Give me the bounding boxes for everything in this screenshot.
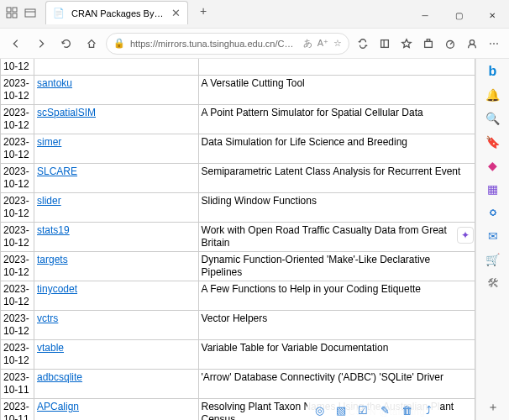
mail-icon[interactable]: ✉ — [485, 228, 501, 244]
favorites-icon[interactable] — [396, 33, 417, 55]
packages-table: 10-122023-10-12santokuA Versatile Cuttin… — [0, 59, 475, 420]
svg-line-11 — [450, 42, 453, 45]
extensions-icon[interactable] — [418, 33, 438, 55]
pkg-cell: simer — [34, 134, 199, 164]
pkg-cell: vctrs — [34, 311, 199, 340]
forward-button[interactable] — [30, 33, 52, 55]
package-link[interactable]: simer — [37, 136, 61, 148]
table-row: 2023-10-12sliderSliding Window Functions — [1, 193, 475, 223]
close-button[interactable]: ✕ — [475, 3, 509, 28]
bell-icon[interactable]: 🔔 — [485, 87, 501, 102]
pkg-cell: adbcsqlite — [34, 370, 199, 399]
translate-icon[interactable]: あ — [303, 37, 312, 50]
date-cell: 2023-10-12 — [1, 105, 34, 134]
date-cell: 2023-10-12 — [1, 340, 34, 370]
grid-icon[interactable]: ▦ — [485, 181, 501, 197]
gem-icon[interactable]: ◆ — [485, 158, 501, 173]
pkg-cell — [34, 59, 199, 76]
desc-cell: A Few Functions to Help in your Coding E… — [198, 281, 475, 311]
home-button[interactable] — [81, 33, 102, 55]
browser-tab[interactable]: 📄 CRAN Packages By Date ✕ — [45, 1, 188, 24]
bing-icon[interactable]: b — [485, 64, 501, 79]
table-row: 10-12 — [1, 59, 475, 76]
svg-rect-3 — [13, 13, 17, 18]
refresh-button[interactable] — [55, 33, 77, 55]
plus-icon[interactable]: ＋ — [485, 400, 501, 415]
performance-icon[interactable] — [440, 33, 460, 55]
tab-title: CRAN Packages By Date — [71, 8, 165, 18]
pkg-cell: APCalign — [34, 399, 199, 421]
date-cell: 2023-10-11 — [1, 370, 34, 399]
package-link[interactable]: santoku — [37, 77, 72, 89]
package-link[interactable]: APCalign — [37, 401, 79, 412]
package-link[interactable]: slider — [37, 195, 61, 207]
table-row: 2023-10-12SLCARESemiparametric Latent Cl… — [1, 164, 475, 193]
tool-icon-1[interactable]: ◎ — [311, 402, 328, 418]
favorite-icon[interactable]: ☆ — [333, 38, 342, 49]
tabs-icon[interactable] — [24, 6, 37, 19]
table-row: 2023-10-12simerData Simulation for Life … — [1, 134, 475, 164]
date-cell: 2023-10-12 — [1, 311, 34, 340]
window-controls: ─ ▢ ✕ — [408, 3, 509, 28]
pkg-cell: slider — [34, 193, 199, 223]
table-row: 2023-10-12tinycodetA Few Functions to He… — [1, 281, 475, 311]
tools-icon[interactable]: 🛠 — [485, 276, 501, 291]
sync-icon[interactable] — [353, 33, 373, 55]
table-row: 2023-10-12santokuA Versatile Cutting Too… — [1, 76, 475, 105]
reader-icon[interactable]: A⁺ — [317, 38, 328, 49]
tool-icon-5[interactable]: 🗑 — [398, 402, 415, 418]
desc-cell: Variable Table for Variable Documentatio… — [198, 340, 475, 370]
package-link[interactable]: scSpatialSIM — [37, 107, 96, 118]
package-link[interactable]: vctrs — [37, 312, 58, 324]
maximize-button[interactable]: ▢ — [442, 3, 475, 28]
tool-icon-3[interactable]: ☑ — [354, 402, 371, 418]
minimize-button[interactable]: ─ — [408, 3, 442, 28]
lock-icon: 🔒 — [113, 38, 125, 49]
circle-icon[interactable]: ⭘ — [485, 205, 501, 220]
copilot-badge-icon[interactable]: ✦ — [457, 227, 474, 244]
package-link[interactable]: targets — [37, 254, 68, 265]
toolbar: 🔒 https://mirrors.tuna.tsinghua.edu.cn/C… — [0, 29, 509, 59]
pkg-cell: santoku — [34, 76, 199, 105]
page-content[interactable]: 10-122023-10-12santokuA Versatile Cuttin… — [0, 59, 475, 420]
url-text: https://mirrors.tuna.tsinghua.edu.cn/CRA… — [130, 39, 298, 49]
table-row: 2023-10-11adbcsqlite'Arrow' Database Con… — [1, 370, 475, 399]
tool-icon-6[interactable]: ⤴ — [420, 402, 437, 418]
cart-icon[interactable]: 🛒 — [485, 252, 501, 267]
desc-cell: Vector Helpers — [198, 311, 475, 340]
collections-icon[interactable] — [375, 33, 395, 55]
svg-rect-8 — [425, 41, 433, 47]
tool-icon-2[interactable]: ▧ — [333, 402, 349, 418]
package-link[interactable]: vtable — [37, 342, 64, 354]
address-bar[interactable]: 🔒 https://mirrors.tuna.tsinghua.edu.cn/C… — [106, 33, 349, 55]
desc-cell: A Versatile Cutting Tool — [198, 76, 475, 105]
table-row: 2023-10-12vtableVariable Table for Varia… — [1, 340, 475, 370]
desc-cell: Work with Open Road Traffic Casualty Dat… — [198, 223, 475, 252]
date-cell: 2023-10-12 — [1, 76, 34, 105]
svg-rect-6 — [381, 39, 389, 47]
back-button[interactable] — [5, 33, 27, 55]
workspace-icon[interactable] — [5, 6, 18, 19]
package-link[interactable]: adbcsqlite — [37, 371, 82, 383]
profile-icon[interactable] — [462, 33, 482, 55]
date-cell: 2023-10-12 — [1, 134, 34, 164]
pkg-cell: SLCARE — [34, 164, 199, 193]
search-icon[interactable]: 🔍 — [485, 111, 501, 126]
desc-cell — [198, 59, 475, 76]
table-row: 2023-10-12targetsDynamic Function-Orient… — [1, 252, 475, 281]
menu-button[interactable]: ⋯ — [484, 33, 504, 55]
date-cell: 2023-10-12 — [1, 164, 34, 193]
titlebar: 📄 CRAN Packages By Date ✕ + ─ ▢ ✕ — [0, 0, 509, 29]
package-link[interactable]: tinycodet — [37, 283, 77, 295]
package-link[interactable]: SLCARE — [37, 165, 77, 177]
desc-cell: Data Simulation for Life Science and Bre… — [198, 134, 475, 164]
bookmark-icon[interactable]: 🔖 — [485, 134, 501, 150]
pkg-cell: scSpatialSIM — [34, 105, 199, 134]
table-row: 2023-10-12scSpatialSIMA Point Pattern Si… — [1, 105, 475, 134]
pkg-cell: stats19 — [34, 223, 199, 252]
tool-icon-4[interactable]: ✎ — [376, 402, 393, 418]
package-link[interactable]: stats19 — [37, 224, 70, 236]
tab-close-icon[interactable]: ✕ — [171, 7, 181, 19]
new-tab-button[interactable]: + — [193, 4, 213, 21]
desc-cell: Sliding Window Functions — [198, 193, 475, 223]
